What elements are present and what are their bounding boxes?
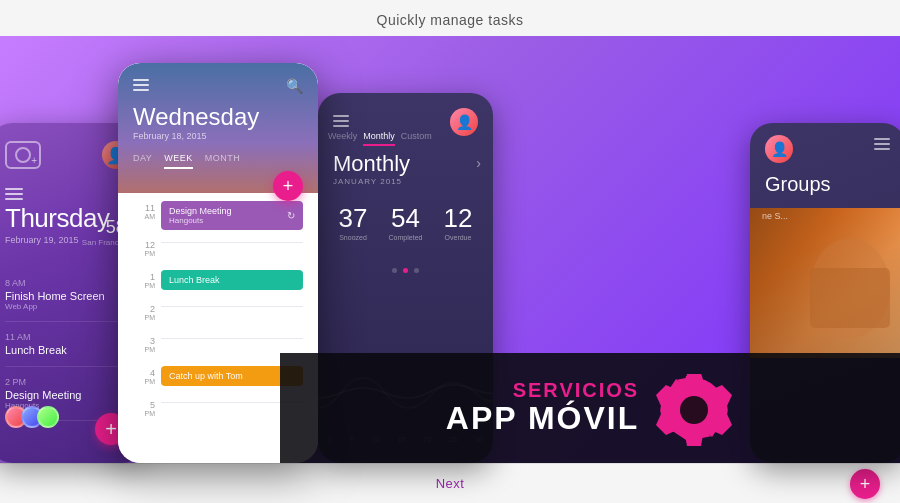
tab-monthly[interactable]: Monthly	[363, 131, 395, 146]
mini-avatar-3	[37, 406, 59, 428]
schedule-row-3: 3PM	[133, 334, 303, 358]
tab-week[interactable]: WEEK	[164, 153, 193, 169]
task-item: 11 AM Lunch Break	[5, 322, 130, 367]
task-name: Finish Home Screen	[5, 290, 130, 302]
stat-number: 12	[444, 203, 473, 234]
task-sub: Web App	[5, 302, 130, 311]
subtitle-bar: Quickly manage tasks	[0, 0, 900, 36]
time-label: 3PM	[133, 334, 161, 353]
refresh-icon: ↻	[287, 210, 295, 221]
tab-weekly[interactable]: Weekly	[328, 131, 357, 146]
next-button[interactable]: Next	[436, 476, 465, 491]
stat-snoozed: 37 Snoozed	[339, 203, 368, 241]
schedule-row-4: 4PM Catch up with Tom	[133, 366, 303, 390]
phone4-header	[765, 138, 890, 153]
menu-lines-icon	[5, 188, 23, 203]
stat-label: Completed	[389, 234, 423, 241]
time-label: 1PM	[133, 270, 161, 289]
event-slot: Lunch Break	[161, 270, 303, 290]
schedule-row-5: 5PM	[133, 398, 303, 422]
menu-icon	[133, 79, 149, 94]
pagination-dots	[318, 268, 493, 273]
event-lunch-break[interactable]: Lunch Break	[161, 270, 303, 290]
stats-row: 37 Snoozed 54 Completed 12 Overdue	[318, 203, 493, 241]
event-name: Design Meeting Hangouts	[169, 206, 232, 225]
task-time: 8 AM	[5, 278, 130, 288]
task-name: Design Meeting	[5, 389, 130, 401]
bottom-fab-button[interactable]: +	[850, 469, 880, 499]
chevron-right-icon[interactable]: ›	[476, 155, 481, 171]
camera-icon: +	[5, 141, 41, 169]
time-label: 2PM	[133, 302, 161, 321]
time-label: 4PM	[133, 366, 161, 385]
event-slot: Design Meeting Hangouts ↻	[161, 201, 303, 230]
phone1-top-icons: +	[5, 141, 130, 169]
bottom-avatars	[5, 406, 53, 428]
subtitle-text: Quickly manage tasks	[377, 12, 524, 28]
schedule-row-11: 11AM Design Meeting Hangouts ↻	[133, 201, 303, 230]
event-design-meeting[interactable]: Design Meeting Hangouts ↻	[161, 201, 303, 230]
tab-month[interactable]: MONTH	[205, 153, 241, 169]
dot-2	[403, 268, 408, 273]
phone2-header: 🔍	[133, 78, 303, 94]
servicios-label: SERVICIOS	[513, 379, 640, 401]
add-event-button[interactable]: +	[273, 171, 303, 201]
phone2-tabs: DAY WEEK MONTH	[133, 153, 240, 169]
stat-number: 37	[339, 203, 368, 234]
event-slot	[161, 334, 303, 339]
stat-completed: 54 Completed	[389, 203, 423, 241]
tab-day[interactable]: DAY	[133, 153, 152, 169]
schedule-row-12: 12PM	[133, 238, 303, 262]
menu-icon	[333, 115, 349, 130]
dot-1	[392, 268, 397, 273]
task-time: 11 AM	[5, 332, 130, 342]
bottom-bar: Next +	[0, 463, 900, 503]
main-container: Quickly manage tasks + Thursday February…	[0, 0, 900, 503]
event-slot	[161, 302, 303, 307]
event-slot	[161, 238, 303, 243]
stat-label: Snoozed	[339, 234, 368, 241]
stat-overdue: 12 Overdue	[444, 203, 473, 241]
phone2-date: February 18, 2015	[133, 131, 207, 141]
stat-label: Overdue	[444, 234, 473, 241]
partial-text: ne S...	[762, 211, 788, 221]
phone2-day: Wednesday	[133, 103, 259, 131]
day-date: February 19, 2015	[5, 235, 79, 245]
svg-rect-2	[810, 268, 890, 328]
task-time: 2 PM	[5, 377, 130, 387]
task-item: 8 AM Finish Home Screen Web App	[5, 268, 130, 322]
app-movil-label: APP MÓVIL	[446, 401, 639, 436]
menu-icon	[874, 138, 890, 153]
schedule-row-1: 1PM Lunch Break	[133, 270, 303, 294]
groups-title: Groups	[765, 173, 831, 196]
month-title: Monthly	[333, 151, 410, 177]
time-label: 12PM	[133, 238, 161, 257]
stat-number: 54	[389, 203, 423, 234]
tab-custom[interactable]: Custom	[401, 131, 432, 146]
search-icon[interactable]: 🔍	[286, 78, 303, 94]
task-name: Lunch Break	[5, 344, 130, 356]
svg-point-6	[680, 396, 708, 424]
phone3-tabs: Weekly Monthly Custom	[328, 131, 483, 146]
time-label: 11AM	[133, 201, 161, 220]
groups-image	[750, 208, 900, 358]
camera-plus-icon: +	[31, 155, 37, 166]
gear-icon	[654, 368, 734, 448]
banner-text: SERVICIOS APP MÓVIL	[446, 379, 639, 436]
schedule-row-2: 2PM	[133, 302, 303, 326]
time-label: 5PM	[133, 398, 161, 417]
overlay-banner: SERVICIOS APP MÓVIL	[280, 353, 900, 463]
month-year: JANUARY 2015	[333, 177, 402, 186]
dot-3	[414, 268, 419, 273]
